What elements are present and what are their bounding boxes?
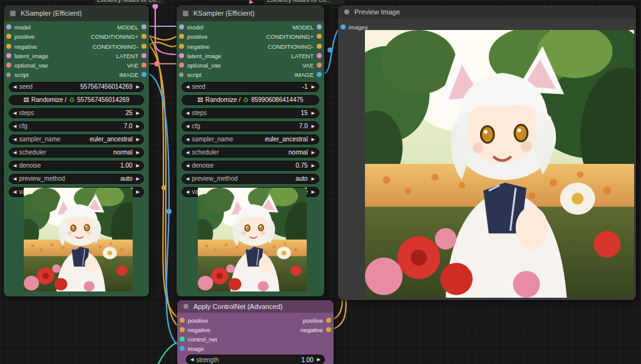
seed-widget[interactable]: ◀ seed -1 ▶ [182,82,319,92]
sampler-name-widget[interactable]: ◀ sampler_name euler_ancestral ▶ [9,134,144,144]
decrement-arrow-icon[interactable]: ◀ [13,122,16,131]
preview-method-widget[interactable]: ◀ preview_method auto ▶ [182,174,319,184]
scheduler-widget[interactable]: ◀ scheduler normal ▶ [182,148,319,158]
port-row: model MODEL [4,23,149,32]
output-port-conditioning-minus[interactable] [317,44,322,49]
collapse-icon[interactable] [183,11,188,16]
input-port-optional-vae[interactable] [179,63,184,68]
input-port-negative[interactable] [180,327,185,332]
increment-arrow-icon[interactable]: ▶ [136,83,140,91]
steps-widget[interactable]: ◀ steps 15 ▶ [182,108,319,118]
sampler-name-widget[interactable]: ◀ sampler_name euler_ancestral ▶ [182,134,319,144]
output-port-conditioning-minus[interactable] [141,44,146,49]
output-port-positive[interactable] [326,318,331,323]
input-port-latent-image[interactable] [6,53,11,58]
decrement-arrow-icon[interactable]: ◀ [13,83,16,91]
input-port-model[interactable] [179,24,184,29]
collapse-icon[interactable] [344,9,349,14]
input-port-model[interactable] [6,24,11,29]
increment-arrow-icon[interactable]: ▶ [312,161,315,170]
decrement-arrow-icon[interactable]: ◀ [186,109,189,118]
preview-image-output [365,30,634,298]
input-port-latent-image[interactable] [179,53,184,58]
input-port-positive[interactable] [6,34,11,39]
input-port-image[interactable] [180,346,185,351]
increment-arrow-icon[interactable]: ▶ [312,83,315,91]
increment-arrow-icon[interactable]: ▶ [136,161,140,170]
decrement-arrow-icon[interactable]: ◀ [186,188,189,196]
decrement-arrow-icon[interactable]: ◀ [186,122,189,131]
steps-widget[interactable]: ◀ steps 25 ▶ [9,108,144,118]
node-preview-image[interactable]: Preview Image images [338,5,636,300]
decrement-arrow-icon[interactable]: ◀ [186,174,189,183]
decrement-arrow-icon[interactable]: ◀ [13,109,16,118]
decrement-arrow-icon[interactable]: ◀ [13,188,16,196]
node-apply-controlnet[interactable]: Apply ControlNet (Advanced) positive pos… [177,300,334,364]
increment-arrow-icon[interactable]: ▶ [312,122,315,131]
node-ksampler-1[interactable]: KSampler (Efficient) model MODEL positiv… [4,5,149,296]
output-port-conditioning-plus[interactable] [317,34,322,39]
input-port-optional-vae[interactable] [6,63,11,68]
input-port-control-net[interactable] [180,336,185,341]
increment-arrow-icon[interactable]: ▶ [136,109,140,118]
output-port-model[interactable] [141,24,146,29]
collapse-icon[interactable] [10,11,16,16]
decrement-arrow-icon[interactable]: ◀ [13,174,16,183]
cfg-widget[interactable]: ◀ cfg 7.0 ▶ [182,121,319,131]
output-port-image[interactable] [317,72,322,77]
strength-widget[interactable]: ◀ strength 1.00 ▶ [186,355,325,364]
node-header[interactable]: Preview Image [338,5,636,19]
decrement-arrow-icon[interactable]: ◀ [186,161,189,170]
port-label: control_net [188,336,217,343]
decrement-arrow-icon[interactable]: ◀ [186,83,189,91]
increment-arrow-icon[interactable]: ▶ [312,148,315,157]
output-port-latent[interactable] [317,53,322,58]
input-port-negative[interactable] [6,44,11,49]
preview-method-widget[interactable]: ◀ preview_method auto ▶ [9,174,144,184]
node-ksampler-2[interactable]: KSampler (Efficient) model MODEL positiv… [177,5,324,296]
input-port-script[interactable] [179,73,183,77]
decrement-arrow-icon[interactable]: ◀ [13,135,16,144]
output-port-image[interactable] [141,72,146,77]
input-port-positive[interactable] [179,34,184,39]
collapse-icon[interactable] [183,304,188,309]
randomize-button[interactable]: ⚄ Randomize / ♻ 557567456014269 [9,95,144,105]
decrement-arrow-icon[interactable]: ◀ [186,148,189,157]
denoise-widget[interactable]: ◀ denoise 0.75 ▶ [182,161,319,171]
increment-arrow-icon[interactable]: ▶ [136,122,140,131]
input-port-script[interactable] [6,73,11,77]
input-port-negative[interactable] [179,44,184,49]
increment-arrow-icon[interactable]: ▶ [312,135,315,144]
output-port-vae[interactable] [141,63,146,68]
increment-arrow-icon[interactable]: ▶ [312,109,315,118]
decrement-arrow-icon[interactable]: ◀ [186,135,189,144]
output-port-model[interactable] [317,24,322,29]
denoise-widget[interactable]: ◀ denoise 1.00 ▶ [9,161,144,171]
increment-arrow-icon[interactable]: ▶ [136,148,140,157]
increment-arrow-icon[interactable]: ▶ [317,355,320,364]
output-port-conditioning-plus[interactable] [141,34,146,39]
decrement-arrow-icon[interactable]: ◀ [13,161,16,170]
decrement-arrow-icon[interactable]: ◀ [13,148,16,157]
increment-arrow-icon[interactable]: ▶ [136,174,140,183]
input-port-positive[interactable] [180,318,185,323]
node-header[interactable]: KSampler (Efficient) [4,5,149,21]
increment-arrow-icon[interactable]: ▶ [312,174,315,183]
seed-widget[interactable]: ◀ seed 557567456014269 ▶ [9,82,144,92]
node-header[interactable]: Apply ControlNet (Advanced) [177,300,334,313]
node-header[interactable]: KSampler (Efficient) [177,5,324,21]
increment-arrow-icon[interactable]: ▶ [136,188,140,196]
scheduler-widget[interactable]: ◀ scheduler normal ▶ [9,148,144,158]
widget-value: euler_ancestral [265,136,307,143]
cfg-widget[interactable]: ◀ cfg 7.0 ▶ [9,121,144,131]
increment-arrow-icon[interactable]: ▶ [312,188,315,196]
output-port-latent[interactable] [141,53,146,58]
widget-label: cfg [192,123,296,129]
output-port-negative[interactable] [326,327,331,332]
input-port-images[interactable] [341,24,346,29]
increment-arrow-icon[interactable]: ▶ [136,135,140,144]
decrement-arrow-icon[interactable]: ◀ [190,355,193,364]
randomize-button[interactable]: ⚄ Randomize / ♻ 859906086414475 [182,95,319,105]
output-port-vae[interactable] [317,63,322,68]
widget-value: normal [113,149,133,156]
